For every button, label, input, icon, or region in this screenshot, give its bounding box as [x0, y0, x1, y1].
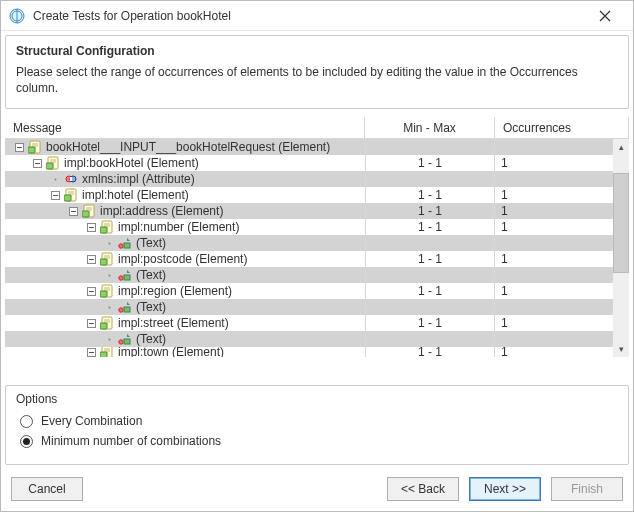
- svg-rect-43: [100, 352, 107, 357]
- tree-collapse-icon[interactable]: [67, 205, 79, 217]
- svg-rect-22: [124, 243, 130, 248]
- svg-rect-19: [100, 227, 107, 233]
- svg-rect-16: [82, 211, 89, 217]
- tree-cell-message[interactable]: (Text): [5, 267, 365, 283]
- grid-body: bookHotel___INPUT___bookHotelRequest (El…: [5, 139, 629, 357]
- tree-cell-occurrences[interactable]: 1: [495, 155, 629, 171]
- column-header-occurrences[interactable]: Occurrences: [495, 117, 629, 138]
- tree-cell-message[interactable]: bookHotel___INPUT___bookHotelRequest (El…: [5, 139, 365, 155]
- tree-cell-message[interactable]: (Text): [5, 235, 365, 251]
- element-icon: [81, 204, 97, 218]
- tree-cell-occurrences[interactable]: [495, 171, 629, 187]
- tree-collapse-icon[interactable]: [85, 285, 97, 297]
- tree-collapse-icon[interactable]: [49, 189, 61, 201]
- tree-cell-minmax: 1 - 1: [365, 315, 495, 331]
- tree-collapse-icon[interactable]: [85, 253, 97, 265]
- column-header-message[interactable]: Message: [5, 117, 365, 138]
- svg-point-7: [54, 178, 56, 180]
- tree-cell-occurrences[interactable]: 1: [495, 251, 629, 267]
- close-button[interactable]: [585, 2, 625, 30]
- window-title: Create Tests for Operation bookHotel: [33, 9, 585, 23]
- tree-cell-message[interactable]: impl:postcode (Element): [5, 251, 365, 267]
- grid-header: Message Min - Max Occurrences: [5, 117, 629, 139]
- tree-cell-message[interactable]: impl:bookHotel (Element): [5, 155, 365, 171]
- svg-rect-3: [28, 147, 35, 153]
- svg-rect-13: [64, 195, 71, 201]
- text-icon: [117, 300, 133, 314]
- titlebar: Create Tests for Operation bookHotel: [1, 1, 633, 31]
- tree-cell-occurrences[interactable]: [495, 331, 629, 347]
- element-icon: [45, 156, 61, 170]
- tree-collapse-icon[interactable]: [85, 221, 97, 233]
- tree-row[interactable]: impl:street (Element)1 - 11: [5, 315, 629, 331]
- radio-icon: [20, 435, 33, 448]
- svg-point-27: [119, 276, 123, 280]
- tree-cell-occurrences[interactable]: [495, 299, 629, 315]
- tree-row[interactable]: (Text): [5, 331, 629, 347]
- tree-cell-occurrences[interactable]: [495, 235, 629, 251]
- tree-node-label: impl:address (Element): [100, 204, 223, 218]
- element-icon: [99, 252, 115, 266]
- tree-row[interactable]: impl:bookHotel (Element)1 - 11: [5, 155, 629, 171]
- text-icon: [117, 268, 133, 282]
- tree-cell-occurrences[interactable]: 1: [495, 187, 629, 203]
- next-button[interactable]: Next >>: [469, 477, 541, 501]
- tree-row[interactable]: (Text): [5, 235, 629, 251]
- tree-cell-message[interactable]: impl:region (Element): [5, 283, 365, 299]
- svg-rect-25: [100, 259, 107, 265]
- tree-node-label: (Text): [136, 236, 166, 250]
- tree-row[interactable]: impl:number (Element)1 - 11: [5, 219, 629, 235]
- radio-minimum-combinations[interactable]: Minimum number of combinations: [20, 434, 618, 448]
- tree-cell-minmax: [365, 299, 495, 315]
- scroll-down-arrow-icon[interactable]: ▾: [613, 341, 629, 357]
- tree-cell-message[interactable]: (Text): [5, 299, 365, 315]
- tree-row[interactable]: (Text): [5, 299, 629, 315]
- tree-cell-message[interactable]: (Text): [5, 331, 365, 347]
- tree-cell-occurrences[interactable]: 1: [495, 219, 629, 235]
- svg-point-38: [108, 338, 110, 340]
- scroll-thumb[interactable]: [613, 173, 629, 273]
- tree-cell-occurrences[interactable]: 1: [495, 347, 629, 357]
- wizard-step-description: Please select the range of occurrences o…: [16, 64, 618, 96]
- tree-row[interactable]: impl:town (Element)1 - 11: [5, 347, 629, 357]
- tree-row[interactable]: impl:address (Element)1 - 11: [5, 203, 629, 219]
- svg-rect-28: [124, 275, 130, 280]
- column-header-minmax[interactable]: Min - Max: [365, 117, 495, 138]
- tree-cell-occurrences[interactable]: 1: [495, 203, 629, 219]
- element-icon: [99, 347, 115, 357]
- tree-collapse-icon[interactable]: [31, 157, 43, 169]
- tree-cell-minmax: [365, 171, 495, 187]
- cancel-button[interactable]: Cancel: [11, 477, 83, 501]
- tree-cell-minmax: 1 - 1: [365, 187, 495, 203]
- tree-row[interactable]: impl:hotel (Element)1 - 11: [5, 187, 629, 203]
- tree-cell-minmax: [365, 139, 495, 155]
- tree-row[interactable]: (Text): [5, 267, 629, 283]
- tree-collapse-icon[interactable]: [85, 347, 97, 357]
- tree-cell-message[interactable]: impl:number (Element): [5, 219, 365, 235]
- tree-row[interactable]: impl:region (Element)1 - 11: [5, 283, 629, 299]
- tree-cell-message[interactable]: impl:town (Element): [5, 347, 365, 357]
- tree-node-label: bookHotel___INPUT___bookHotelRequest (El…: [46, 140, 330, 154]
- element-icon: [99, 220, 115, 234]
- tree-cell-message[interactable]: impl:address (Element): [5, 203, 365, 219]
- tree-cell-occurrences[interactable]: [495, 267, 629, 283]
- radio-every-combination[interactable]: Every Combination: [20, 414, 618, 428]
- tree-row[interactable]: xmlns:impl (Attribute): [5, 171, 629, 187]
- scroll-up-arrow-icon[interactable]: ▴: [613, 139, 629, 155]
- svg-rect-31: [100, 291, 107, 297]
- tree-cell-message[interactable]: impl:hotel (Element): [5, 187, 365, 203]
- svg-point-33: [119, 308, 123, 312]
- tree-row[interactable]: impl:postcode (Element)1 - 11: [5, 251, 629, 267]
- tree-cell-occurrences[interactable]: 1: [495, 283, 629, 299]
- vertical-scrollbar[interactable]: ▴ ▾: [613, 139, 629, 357]
- tree-cell-occurrences[interactable]: [495, 139, 629, 155]
- tree-row[interactable]: bookHotel___INPUT___bookHotelRequest (El…: [5, 139, 629, 155]
- tree-cell-occurrences[interactable]: 1: [495, 315, 629, 331]
- tree-cell-message[interactable]: xmlns:impl (Attribute): [5, 171, 365, 187]
- tree-cell-message[interactable]: impl:street (Element): [5, 315, 365, 331]
- tree-collapse-icon[interactable]: [85, 317, 97, 329]
- tree-collapse-icon[interactable]: [13, 141, 25, 153]
- tree-cell-minmax: 1 - 1: [365, 203, 495, 219]
- svg-point-39: [119, 340, 123, 344]
- back-button[interactable]: << Back: [387, 477, 459, 501]
